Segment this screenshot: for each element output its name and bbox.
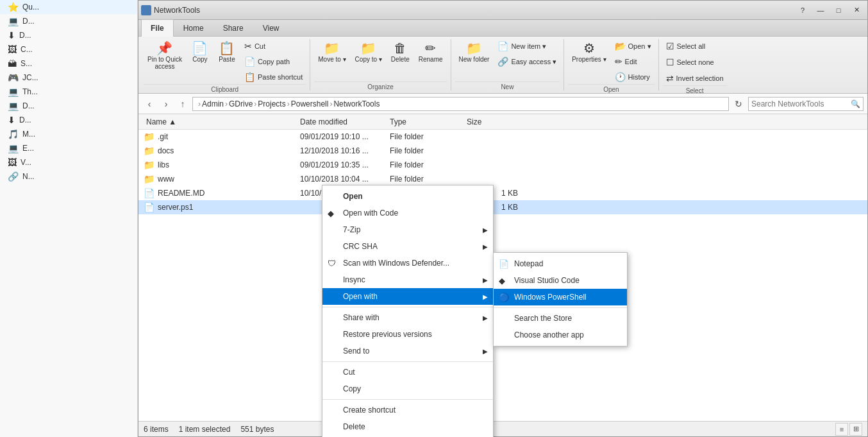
nav-item-d-item3[interactable]: ⬇D...	[0, 113, 137, 127]
nav-item-d-item2[interactable]: 💻D...	[0, 99, 137, 113]
col-header-size[interactable]: Size	[464, 117, 515, 126]
invert-selection-button[interactable]: ⇄ Invert selection	[663, 71, 727, 85]
nav-item-s-item[interactable]: 🏔S...	[0, 56, 137, 71]
path-powershell[interactable]: Powershell	[291, 99, 329, 108]
path-gdrive[interactable]: GDrive	[229, 99, 253, 108]
select-buttons: ☑ Select all ☐ Select none ⇄ Invert sele…	[663, 39, 727, 85]
ctx-item-create-shortcut[interactable]: Create shortcut	[322, 402, 493, 418]
minimize-button[interactable]: —	[812, 4, 829, 17]
nav-label-e-item: E...	[22, 144, 34, 153]
ctx-item-restore[interactable]: Restore previous versions	[322, 326, 493, 343]
pin-to-quick-access-button[interactable]: 📌 Pin to Quickaccess	[144, 39, 186, 73]
ctx-item-send-to[interactable]: Send to▶	[322, 343, 493, 359]
nav-item-d-drive[interactable]: 💻D...	[0, 14, 137, 28]
ctx-item-insync[interactable]: Insync▶	[322, 271, 493, 288]
tab-file[interactable]: File	[141, 19, 174, 37]
tab-view[interactable]: View	[253, 19, 289, 36]
move-to-button[interactable]: 📁 Move to ▾	[314, 39, 349, 65]
nav-item-v-item[interactable]: 🖼V...	[0, 155, 137, 169]
file-row[interactable]: 📄 README.MD 10/10/2018 10:40 ... Markdow…	[138, 186, 867, 200]
ctx-item-cut[interactable]: Cut	[322, 364, 493, 381]
sub-item-powershell[interactable]: 🔵Windows PowerShell	[494, 289, 627, 305]
tab-home[interactable]: Home	[174, 19, 213, 36]
properties-button[interactable]: ⚙ Properties ▾	[568, 39, 610, 65]
easy-access-button[interactable]: 🔗 Easy access ▾	[494, 55, 560, 69]
paste-big-button[interactable]: 📋 Paste	[214, 39, 240, 65]
file-row[interactable]: 📁 www 10/10/2018 10:04 ... File folder	[138, 172, 867, 186]
nav-item-jc-item[interactable]: 🎮JC...	[0, 71, 137, 85]
path-admin[interactable]: Admin	[202, 99, 224, 108]
path-projects[interactable]: Projects	[258, 99, 285, 108]
new-item-button[interactable]: 📄 New item ▾	[494, 39, 560, 53]
nav-item-download1[interactable]: ⬇D...	[0, 28, 137, 42]
nav-item-th-item[interactable]: 💻Th...	[0, 85, 137, 99]
easy-access-icon: 🔗	[497, 56, 508, 67]
search-box[interactable]: 🔍	[748, 97, 864, 111]
sub-item-search-store[interactable]: Search the Store	[494, 310, 627, 327]
select-none-button[interactable]: ☐ Select none	[663, 55, 727, 69]
sub-item-another-app[interactable]: Choose another app	[494, 327, 627, 343]
invert-selection-label: Invert selection	[676, 74, 724, 82]
nav-item-c-item[interactable]: 🖼C...	[0, 42, 137, 56]
rename-button[interactable]: ✏ Rename	[415, 39, 447, 65]
close-button[interactable]: ✕	[848, 4, 865, 17]
col-header-type[interactable]: Type	[387, 117, 464, 126]
open-button[interactable]: 📂 Open ▾	[612, 39, 655, 53]
sub-item-notepad[interactable]: 📄Notepad	[494, 255, 627, 272]
ctx-item-crc-sha[interactable]: CRC SHA▶	[322, 238, 493, 255]
select-all-button[interactable]: ☑ Select all	[663, 39, 727, 53]
ctx-item-defender[interactable]: 🛡Scan with Windows Defender...	[322, 255, 493, 271]
file-icon: 📁	[144, 132, 155, 142]
file-row[interactable]: 📄 server.ps1 1 KB	[138, 200, 867, 214]
clipboard-buttons: 📌 Pin to Quickaccess 📄 Copy 📋 Paste	[144, 39, 306, 84]
history-button[interactable]: 🕐 History	[612, 70, 655, 84]
question-button[interactable]: ?	[794, 4, 811, 17]
forward-button[interactable]: ›	[159, 97, 173, 111]
open-buttons: ⚙ Properties ▾ 📂 Open ▾ ✏ Edit	[568, 39, 654, 84]
tab-share[interactable]: Share	[213, 19, 253, 36]
cut-button[interactable]: ✂ Cut	[241, 39, 306, 53]
edit-button[interactable]: ✏ Edit	[612, 55, 655, 69]
ctx-item-delete[interactable]: Delete	[322, 418, 493, 435]
select-none-label: Select none	[677, 58, 714, 66]
open-small-buttons: 📂 Open ▾ ✏ Edit 🕐 History	[612, 39, 655, 84]
paste-shortcut-button[interactable]: 📋 Paste shortcut	[241, 70, 306, 84]
ctx-label-7zip: 7-Zip	[343, 225, 360, 234]
ctx-item-open-with[interactable]: Open with▶	[322, 288, 493, 305]
file-row[interactable]: 📁 .git 09/01/2019 10:10 ... File folder	[138, 130, 867, 144]
file-row[interactable]: 📁 libs 09/01/2019 10:35 ... File folder	[138, 158, 867, 172]
ctx-item-open[interactable]: Open	[322, 188, 493, 205]
address-path[interactable]: › Admin › GDrive › Projects › Powershell…	[192, 97, 729, 111]
context-menu: Open◆Open with Code7-Zip▶CRC SHA▶🛡Scan w…	[322, 185, 494, 437]
ctx-item-share-with[interactable]: Share with▶	[322, 309, 493, 326]
nav-item-quick[interactable]: ⭐Qu...	[0, 0, 137, 14]
nav-item-m-item[interactable]: 🎵M...	[0, 127, 137, 141]
details-view-button[interactable]: ≡	[835, 423, 848, 436]
ctx-item-copy[interactable]: Copy	[322, 381, 493, 397]
copy-big-button[interactable]: 📄 Copy	[187, 39, 213, 65]
col-header-date[interactable]: Date modified	[297, 117, 387, 126]
copy-path-button[interactable]: 📄 Copy path	[241, 55, 306, 69]
nav-icon-quick: ⭐	[8, 2, 19, 12]
nav-item-e-item[interactable]: 💻E...	[0, 141, 137, 155]
refresh-button[interactable]: ↻	[731, 97, 746, 111]
nav-item-n-item[interactable]: 🔗N...	[0, 169, 137, 184]
path-networktools[interactable]: NetworkTools	[333, 99, 380, 108]
copy-to-button[interactable]: 📁 Copy to ▾	[351, 39, 386, 65]
ctx-item-7zip[interactable]: 7-Zip▶	[322, 221, 493, 238]
file-row[interactable]: 📁 docs 12/10/2018 10:16 ... File folder	[138, 144, 867, 158]
up-button[interactable]: ↑	[176, 97, 190, 111]
search-input[interactable]	[751, 99, 848, 108]
maximize-button[interactable]: □	[830, 4, 847, 17]
ctx-item-open-with-code[interactable]: ◆Open with Code	[322, 205, 493, 221]
delete-button[interactable]: 🗑 Delete	[387, 39, 413, 65]
sub-item-vscode[interactable]: ◆Visual Studio Code	[494, 272, 627, 289]
new-folder-button[interactable]: 📁 New folder	[455, 39, 494, 65]
col-header-name[interactable]: Name ▲	[144, 117, 297, 126]
nav-label-th-item: Th...	[22, 87, 38, 96]
ctx-label-delete: Delete	[343, 422, 365, 431]
back-button[interactable]: ‹	[142, 97, 156, 111]
large-icons-view-button[interactable]: ⊞	[849, 423, 862, 436]
copy-to-label: Copy to ▾	[355, 56, 382, 63]
file-name: .git	[158, 132, 300, 141]
